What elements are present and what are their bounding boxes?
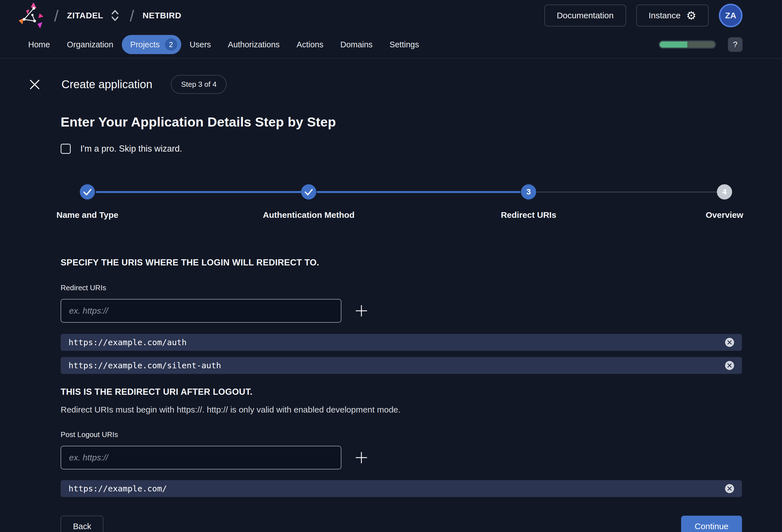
continue-button[interactable]: Continue xyxy=(681,516,742,532)
nav-tab-users[interactable]: Users xyxy=(181,36,220,54)
redirect-uri-value: https://example.com/auth xyxy=(69,338,187,347)
zitadel-logo-icon[interactable] xyxy=(18,2,46,29)
remove-icon xyxy=(727,486,732,491)
breadcrumb-separator: / xyxy=(130,6,134,25)
skip-wizard-label: I'm a pro. Skip this wizard. xyxy=(80,144,182,154)
step-4-circle[interactable]: 4 xyxy=(717,184,732,199)
main-nav: Home Organization Projects 2 Users Autho… xyxy=(0,31,782,59)
skip-wizard-row[interactable]: I'm a pro. Skip this wizard. xyxy=(61,144,742,154)
breadcrumb-project[interactable]: NETBIRD xyxy=(143,11,182,20)
add-redirect-uri-button[interactable] xyxy=(354,304,368,318)
plus-icon xyxy=(355,304,368,317)
step-2-label: Authentication Method xyxy=(236,210,382,220)
plus-icon xyxy=(355,451,368,464)
redirect-uri-chip: https://example.com/silent-auth xyxy=(61,357,742,374)
stepper-line-2 xyxy=(317,191,521,193)
redirect-uri-chip: https://example.com/auth xyxy=(61,334,742,351)
instance-button-label: Instance xyxy=(649,11,680,20)
step-1-label: Name and Type xyxy=(14,210,161,220)
nav-tab-home[interactable]: Home xyxy=(20,36,58,54)
nav-right: ? xyxy=(659,37,743,52)
redirect-uri-value: https://example.com/silent-auth xyxy=(69,361,221,370)
step-badge: Step 3 of 4 xyxy=(171,75,227,94)
close-icon xyxy=(29,79,41,90)
header-actions: Documentation Instance ⚙ ZA xyxy=(544,4,743,27)
wizard-stepper: 3 4 Name and Type Authentication Method … xyxy=(61,184,742,234)
nav-tab-domains[interactable]: Domains xyxy=(332,36,381,54)
step-1-circle[interactable] xyxy=(80,184,95,199)
remove-icon xyxy=(727,363,732,368)
wizard-header: Create application Step 3 of 4 xyxy=(0,59,782,94)
help-button[interactable]: ? xyxy=(728,37,743,52)
redirect-uris-label: Redirect URIs xyxy=(61,283,742,292)
page-title: Create application xyxy=(62,78,152,91)
documentation-button[interactable]: Documentation xyxy=(544,4,626,27)
avatar-initials: ZA xyxy=(725,11,736,20)
wizard-heading: Enter Your Application Details Step by S… xyxy=(61,114,742,129)
nav-tab-projects[interactable]: Projects 2 xyxy=(122,35,181,54)
breadcrumb-separator: / xyxy=(54,6,59,25)
nav-tab-organization[interactable]: Organization xyxy=(58,36,121,54)
avatar[interactable]: ZA xyxy=(719,4,743,27)
post-logout-uri-chip: https://example.com/ xyxy=(61,480,742,497)
logout-section-description: Redirect URIs must begin with https://. … xyxy=(61,405,742,415)
instance-button[interactable]: Instance ⚙ xyxy=(636,4,709,27)
wizard-actions: Back Continue xyxy=(61,516,742,532)
nav-tab-settings[interactable]: Settings xyxy=(381,36,428,54)
documentation-button-label: Documentation xyxy=(557,11,614,20)
org-switcher-icon[interactable] xyxy=(110,9,119,22)
check-icon xyxy=(80,184,95,199)
nav-tab-actions[interactable]: Actions xyxy=(288,36,332,54)
post-logout-uris-label: Post Logout URIs xyxy=(61,430,742,439)
logout-section-heading: THIS IS THE REDIRECT URI AFTER LOGOUT. xyxy=(61,387,742,397)
stepper-line-1 xyxy=(96,191,305,193)
app-header: / ZITADEL / NETBIRD Documentation Instan… xyxy=(0,0,782,31)
step-3-circle[interactable]: 3 xyxy=(521,184,536,199)
close-button[interactable] xyxy=(28,77,42,91)
remove-uri-button[interactable] xyxy=(725,338,734,347)
step-3-label: Redirect URIs xyxy=(455,210,602,220)
add-post-logout-uri-button[interactable] xyxy=(354,451,368,465)
post-logout-uri-value: https://example.com/ xyxy=(69,484,167,493)
skip-wizard-checkbox[interactable] xyxy=(61,144,71,154)
step-4-label: Overview xyxy=(651,210,782,220)
step-4-number: 4 xyxy=(722,187,727,196)
nav-tab-authorizations[interactable]: Authorizations xyxy=(219,36,288,54)
remove-uri-button[interactable] xyxy=(725,361,734,370)
projects-count-badge: 2 xyxy=(165,38,177,51)
redirect-uri-input[interactable] xyxy=(61,299,342,322)
remove-icon xyxy=(727,340,732,345)
gear-icon: ⚙ xyxy=(686,10,696,21)
wizard-content: Enter Your Application Details Step by S… xyxy=(0,114,782,532)
step-3-number: 3 xyxy=(526,187,531,196)
redirect-uri-input-row xyxy=(61,299,742,322)
post-logout-uri-input-row xyxy=(61,446,742,469)
nav-tab-projects-label: Projects xyxy=(130,40,160,49)
stepper-line-3 xyxy=(536,192,717,192)
step-2-circle[interactable] xyxy=(301,184,316,199)
post-logout-uri-list: https://example.com/ xyxy=(61,480,742,497)
redirect-uri-list: https://example.com/auth https://example… xyxy=(61,334,742,374)
progress-fill xyxy=(660,41,687,48)
breadcrumb-org[interactable]: ZITADEL xyxy=(67,11,103,20)
redirect-section-heading: SPECIFY THE URIS WHERE THE LOGIN WILL RE… xyxy=(61,258,742,268)
remove-uri-button[interactable] xyxy=(725,484,734,493)
progress-bar xyxy=(659,40,716,49)
post-logout-uri-input[interactable] xyxy=(61,446,342,469)
back-button[interactable]: Back xyxy=(61,516,103,532)
check-icon xyxy=(301,184,316,199)
